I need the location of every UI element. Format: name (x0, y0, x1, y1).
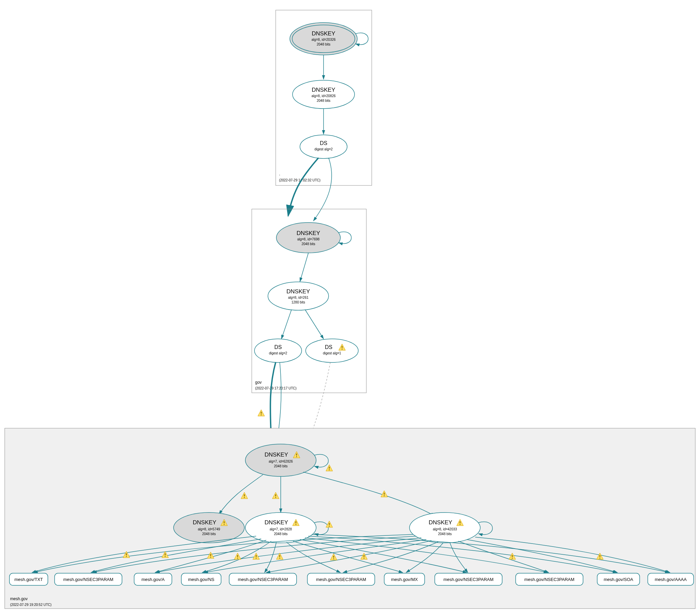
node-mesh-zsk-c: DNSKEY alg=8, id=42033 2048 bits (409, 512, 480, 543)
svg-text:2048 bits: 2048 bits (274, 532, 288, 536)
svg-text:2048 bits: 2048 bits (438, 532, 452, 536)
zone-gov: gov (2022-07-29 17:20:17 UTC) DNSKEY alg… (252, 209, 366, 393)
svg-text:digest alg=1: digest alg=1 (323, 351, 341, 355)
rrset-box: mesh.gov/A (134, 573, 172, 585)
warning-icon (258, 410, 265, 416)
svg-text:digest alg=2: digest alg=2 (315, 147, 333, 151)
svg-text:DNSKEY: DNSKEY (429, 519, 452, 526)
svg-text:DNSKEY: DNSKEY (296, 230, 320, 236)
svg-text:mesh.gov/NSEC3PARAM: mesh.gov/NSEC3PARAM (316, 577, 366, 582)
svg-text:DS: DS (325, 344, 332, 350)
svg-text:DS: DS (274, 344, 282, 350)
node-mesh-ksk: DNSKEY alg=7, id=62826 2048 bits (245, 444, 316, 477)
node-gov-ksk: DNSKEY alg=8, id=7698 2048 bits (276, 223, 340, 253)
svg-text:DNSKEY: DNSKEY (312, 87, 335, 93)
svg-text:alg=8, id=261: alg=8, id=261 (288, 296, 309, 299)
svg-text:mesh.gov/A: mesh.gov/A (142, 577, 165, 582)
svg-text:2048 bits: 2048 bits (202, 532, 216, 536)
svg-text:alg=8, id=42033: alg=8, id=42033 (433, 527, 457, 531)
svg-text:2048 bits: 2048 bits (317, 42, 331, 46)
svg-text:alg=7, id=2828: alg=7, id=2828 (269, 527, 292, 531)
svg-text:alg=8, id=20326: alg=8, id=20326 (312, 38, 336, 41)
rrset-box: mesh.gov/SOA (597, 573, 640, 585)
svg-text:mesh.gov/NSEC3PARAM: mesh.gov/NSEC3PARAM (63, 577, 114, 582)
rrset-box: mesh.gov/NSEC3PARAM (516, 573, 583, 585)
node-root-ds: DS digest alg=2 (300, 135, 347, 158)
svg-text:alg=8, id=7698: alg=8, id=7698 (297, 237, 320, 241)
node-gov-ds2: DS digest alg=1 (306, 339, 358, 363)
svg-text:DNSKEY: DNSKEY (287, 288, 310, 295)
rrset-box: mesh.gov/NSEC3PARAM (435, 573, 502, 585)
rrset-box: mesh.gov/AAAA (648, 573, 694, 585)
svg-point-25 (254, 339, 302, 363)
zone-gov-label: gov (255, 380, 262, 385)
svg-text:digest alg=2: digest alg=2 (269, 351, 288, 355)
node-mesh-zsk-a: DNSKEY alg=8, id=5749 2048 bits (174, 512, 245, 543)
svg-text:DS: DS (320, 140, 327, 146)
zone-mesh-label: mesh.gov (10, 597, 28, 601)
svg-text:1280 bits: 1280 bits (292, 300, 305, 304)
zone-root: . (2022-07-29 14:02:32 UTC) DNSKEY alg=8… (276, 10, 372, 185)
svg-text:mesh.gov/NSEC3PARAM: mesh.gov/NSEC3PARAM (525, 577, 574, 582)
rrset-box: mesh.gov/MX (384, 573, 425, 585)
svg-text:alg=8, id=5749: alg=8, id=5749 (198, 527, 221, 531)
zone-mesh-ts: (2022-07-29 19:20:52 UTC) (10, 603, 52, 607)
svg-point-28 (306, 339, 358, 363)
svg-text:DNSKEY: DNSKEY (265, 452, 288, 458)
svg-text:mesh.gov/TXT: mesh.gov/TXT (14, 577, 43, 582)
svg-text:2048 bits: 2048 bits (317, 99, 331, 103)
node-gov-zsk: DNSKEY alg=8, id=261 1280 bits (268, 282, 329, 310)
svg-text:DNSKEY: DNSKEY (193, 519, 216, 526)
node-mesh-zsk-b: DNSKEY alg=7, id=2828 2048 bits (245, 512, 316, 543)
zone-root-label: . (279, 172, 280, 177)
svg-text:mesh.gov/MX: mesh.gov/MX (391, 577, 418, 582)
svg-point-13 (300, 135, 347, 158)
svg-text:2048 bits: 2048 bits (302, 242, 315, 246)
rrset-box: mesh.gov/NS (181, 573, 221, 585)
rrset-box: mesh.gov/NSEC3PARAM (55, 573, 122, 585)
svg-text:mesh.gov/NSEC3PARAM: mesh.gov/NSEC3PARAM (238, 577, 288, 582)
svg-text:alg=7, id=62826: alg=7, id=62826 (268, 460, 293, 463)
svg-text:DNSKEY: DNSKEY (312, 30, 335, 37)
zone-mesh: mesh.gov (2022-07-29 19:20:52 UTC) DNSKE… (5, 428, 695, 609)
node-root-ksk: DNSKEY alg=8, id=20326 2048 bits (290, 23, 357, 55)
svg-text:alg=8, id=20826: alg=8, id=20826 (312, 94, 336, 98)
svg-text:mesh.gov/AAAA: mesh.gov/AAAA (655, 577, 687, 582)
rrset-box: mesh.gov/NSEC3PARAM (229, 573, 296, 585)
svg-text:mesh.gov/NS: mesh.gov/NS (188, 577, 214, 582)
node-root-zsk: DNSKEY alg=8, id=20826 2048 bits (292, 80, 355, 108)
zone-gov-ts: (2022-07-29 17:20:17 UTC) (255, 387, 296, 390)
svg-text:mesh.gov/SOA: mesh.gov/SOA (604, 577, 633, 582)
svg-text:DNSKEY: DNSKEY (265, 519, 288, 526)
rrset-box: mesh.gov/TXT (10, 573, 48, 585)
svg-text:2048 bits: 2048 bits (274, 464, 288, 468)
node-gov-ds1: DS digest alg=2 (254, 339, 302, 363)
svg-text:mesh.gov/NSEC3PARAM: mesh.gov/NSEC3PARAM (444, 577, 494, 582)
rrset-box: mesh.gov/NSEC3PARAM (307, 573, 375, 585)
